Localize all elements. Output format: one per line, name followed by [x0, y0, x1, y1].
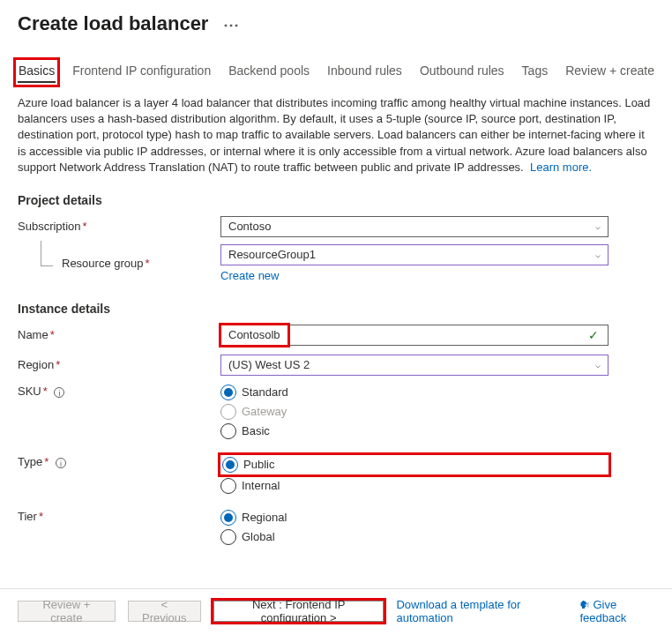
sku-radio-group: Standard Gateway Basic: [220, 385, 609, 439]
type-option-internal[interactable]: Internal: [220, 478, 609, 494]
name-label: Name*: [18, 328, 220, 341]
subscription-value: Contoso: [228, 220, 271, 233]
tab-backend-pools[interactable]: Backend pools: [228, 62, 310, 83]
section-project-details: Project details: [18, 193, 654, 207]
tab-review-create[interactable]: Review + create: [564, 62, 655, 83]
download-template-link[interactable]: Download a template for automation: [396, 598, 555, 624]
subscription-label: Subscription*: [18, 220, 220, 233]
tier-radio-group: Regional Global: [220, 510, 609, 545]
chevron-down-icon: ⌵: [595, 221, 601, 231]
sku-option-basic[interactable]: Basic: [220, 423, 609, 439]
chevron-down-icon: ⌵: [595, 250, 601, 259]
previous-button[interactable]: < Previous: [128, 601, 201, 622]
tier-label: Tier*: [18, 510, 220, 523]
chevron-down-icon: ⌵: [595, 360, 601, 370]
type-label: Type* i: [18, 455, 220, 468]
create-new-rg-link[interactable]: Create new: [220, 269, 279, 282]
info-icon[interactable]: i: [56, 458, 66, 468]
learn-more-link[interactable]: Learn more.: [530, 161, 592, 174]
name-input[interactable]: Contosolb ✓: [220, 325, 609, 346]
resource-group-dropdown[interactable]: ResourceGroup1 ⌵: [220, 244, 609, 265]
tier-option-global[interactable]: Global: [220, 529, 609, 545]
wizard-tabs: Basics Frontend IP configuration Backend…: [18, 62, 654, 83]
type-radio-group: Public Internal: [220, 455, 609, 494]
resource-group-label: Resource group*: [18, 257, 220, 270]
region-label: Region*: [18, 358, 220, 371]
resource-group-value: ResourceGroup1: [228, 248, 316, 261]
tab-basics[interactable]: Basics: [18, 62, 56, 83]
feedback-icon: 🗣: [579, 599, 590, 611]
review-create-button[interactable]: Review + create: [18, 601, 116, 622]
subscription-dropdown[interactable]: Contoso ⌵: [220, 216, 609, 237]
region-value: (US) West US 2: [228, 358, 310, 371]
section-instance-details: Instance details: [18, 302, 654, 316]
tab-inbound-rules[interactable]: Inbound rules: [326, 62, 403, 83]
tier-option-regional[interactable]: Regional: [220, 510, 609, 526]
name-value: Contosolb: [221, 325, 287, 345]
sku-label: SKU* i: [18, 385, 220, 398]
tab-outbound-rules[interactable]: Outbound rules: [419, 62, 505, 83]
description-text: Azure load balancer is a layer 4 load ba…: [18, 95, 654, 176]
more-actions-icon[interactable]: ⋯: [223, 15, 240, 34]
wizard-footer: Review + create < Previous Next : Fronte…: [0, 588, 672, 635]
sku-option-standard[interactable]: Standard: [220, 385, 609, 400]
type-option-public[interactable]: Public: [222, 457, 607, 473]
give-feedback-link[interactable]: 🗣Give feedback: [579, 598, 654, 624]
sku-option-gateway: Gateway: [220, 404, 609, 420]
next-button[interactable]: Next : Frontend IP configuration >: [213, 601, 385, 622]
tab-frontend-ip[interactable]: Frontend IP configuration: [71, 62, 212, 83]
info-icon[interactable]: i: [54, 387, 64, 398]
region-dropdown[interactable]: (US) West US 2 ⌵: [220, 355, 609, 376]
page-title: Create load balancer ⋯: [18, 12, 654, 35]
check-icon: ✓: [588, 328, 602, 342]
tab-tags[interactable]: Tags: [521, 62, 549, 83]
